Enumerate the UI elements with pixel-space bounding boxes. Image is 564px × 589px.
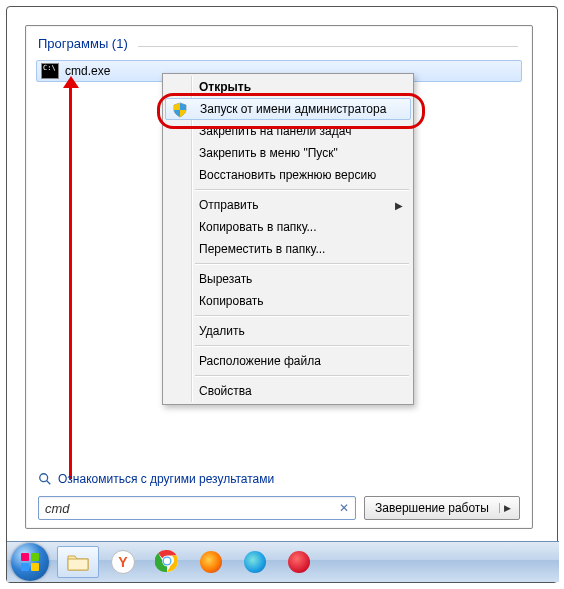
submenu-chevron-icon: ▶	[395, 200, 403, 211]
search-icon	[38, 472, 52, 486]
header-separator	[138, 46, 518, 47]
cm-open-label: Открыть	[199, 80, 251, 94]
more-results-label: Ознакомиться с другими результатами	[58, 472, 274, 486]
cm-cut-label: Вырезать	[199, 272, 252, 286]
cm-pin-taskbar[interactable]: Закрепить на панели задач	[165, 120, 411, 142]
taskbar: Y	[7, 541, 559, 582]
cm-properties-label: Свойства	[199, 384, 252, 398]
svg-rect-2	[21, 553, 29, 561]
firefox-icon	[200, 551, 222, 573]
search-input[interactable]	[43, 500, 337, 517]
cm-copy-label: Копировать	[199, 294, 264, 308]
start-menu-bottom-row: ✕ Завершение работы ▶	[38, 496, 520, 520]
more-results-link[interactable]: Ознакомиться с другими результатами	[38, 472, 274, 486]
cm-copy[interactable]: Копировать	[165, 290, 411, 312]
shutdown-button[interactable]: Завершение работы ▶	[364, 496, 520, 520]
chrome-icon	[155, 549, 179, 576]
taskbar-edge[interactable]	[235, 547, 275, 577]
shutdown-menu-chevron-icon[interactable]: ▶	[499, 503, 515, 513]
opera-icon	[288, 551, 310, 573]
cm-cut[interactable]: Вырезать	[165, 268, 411, 290]
svg-rect-3	[31, 553, 39, 561]
context-menu-separator	[195, 315, 409, 317]
taskbar-explorer[interactable]	[57, 546, 99, 578]
cm-move-to-label: Переместить в папку...	[199, 242, 325, 256]
annotation-arrow-head	[63, 76, 79, 88]
clear-search-icon[interactable]: ✕	[337, 501, 351, 515]
cm-file-location[interactable]: Расположение файла	[165, 350, 411, 372]
svg-rect-6	[68, 559, 88, 570]
edge-icon	[244, 551, 266, 573]
results-group-header: Программы (1)	[38, 36, 518, 56]
screenshot-frame: Программы (1) cmd.exe Ознакомиться с дру…	[6, 6, 558, 583]
taskbar-firefox[interactable]	[191, 547, 231, 577]
start-button[interactable]	[11, 543, 49, 581]
cm-run-as-admin[interactable]: Запуск от имени администратора	[165, 98, 411, 120]
cm-send-to-label: Отправить	[199, 198, 259, 212]
context-menu-separator	[195, 189, 409, 191]
cm-properties[interactable]: Свойства	[165, 380, 411, 402]
svg-rect-5	[31, 563, 39, 571]
svg-rect-4	[21, 563, 29, 571]
context-menu-separator	[195, 375, 409, 377]
cm-pin-start-label: Закрепить в меню "Пуск"	[199, 146, 338, 160]
cm-file-location-label: Расположение файла	[199, 354, 321, 368]
windows-logo-icon	[19, 551, 41, 573]
folder-icon	[66, 552, 90, 572]
context-menu-separator	[195, 263, 409, 265]
taskbar-opera[interactable]	[279, 547, 319, 577]
cmd-exe-icon	[41, 63, 59, 79]
cm-delete-label: Удалить	[199, 324, 245, 338]
svg-point-9	[164, 557, 170, 563]
search-box[interactable]: ✕	[38, 496, 356, 520]
cm-restore-previous-label: Восстановить прежнюю версию	[199, 168, 376, 182]
cm-pin-start[interactable]: Закрепить в меню "Пуск"	[165, 142, 411, 164]
yandex-icon: Y	[111, 550, 135, 574]
uac-shield-icon	[172, 102, 188, 118]
taskbar-chrome[interactable]	[147, 547, 187, 577]
svg-point-0	[40, 474, 48, 482]
cm-pin-taskbar-label: Закрепить на панели задач	[199, 124, 351, 138]
context-menu-separator	[195, 345, 409, 347]
cm-copy-to-label: Копировать в папку...	[199, 220, 317, 234]
cm-move-to-folder[interactable]: Переместить в папку...	[165, 238, 411, 260]
taskbar-yandex[interactable]: Y	[103, 547, 143, 577]
shutdown-label: Завершение работы	[375, 501, 489, 515]
results-group-title: Программы (1)	[38, 36, 128, 51]
cm-restore-previous[interactable]: Восстановить прежнюю версию	[165, 164, 411, 186]
cm-open[interactable]: Открыть	[165, 76, 411, 98]
cm-copy-to-folder[interactable]: Копировать в папку...	[165, 216, 411, 238]
cm-run-as-admin-label: Запуск от имени администратора	[200, 102, 386, 116]
cm-delete[interactable]: Удалить	[165, 320, 411, 342]
context-menu: Открыть Запуск от имени администратора З…	[162, 73, 414, 405]
cm-send-to[interactable]: Отправить ▶	[165, 194, 411, 216]
svg-line-1	[47, 481, 51, 485]
annotation-arrow-line	[69, 84, 72, 479]
